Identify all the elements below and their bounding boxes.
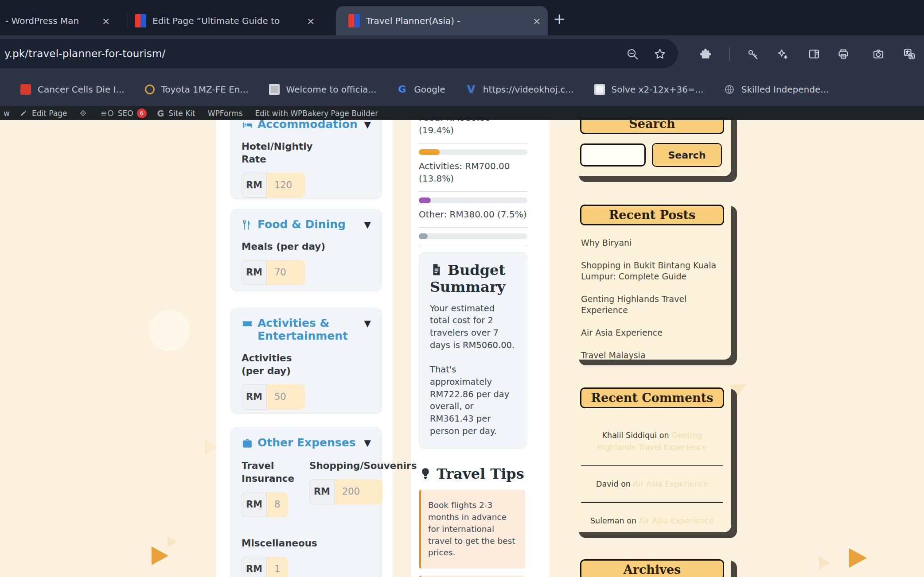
recent-posts-title: Recent Posts	[580, 205, 724, 225]
other-expenses-heading: Other Expenses ▼	[242, 437, 371, 449]
breakdown-label-activities: Activities: RM700.00 (13.8%)	[419, 160, 527, 185]
search-button[interactable]: Search	[652, 143, 722, 167]
meals-input[interactable]	[267, 260, 305, 285]
bookmarks-bar: Cancer Cells Die I... Toyota 1MZ-FE En..…	[0, 72, 924, 106]
hotel-rate-input-group: RM	[242, 173, 371, 198]
food-dining-heading: Food & Dining ▼	[242, 218, 371, 231]
accommodation-card: Accommodation ▼ Hotel/Nightly Rate RM	[230, 109, 382, 199]
globe-icon	[724, 84, 735, 95]
bookmark-item[interactable]: Skilled Independe...	[724, 84, 829, 95]
wpbakery-diamond-icon[interactable]	[78, 108, 88, 118]
print-icon[interactable]	[837, 47, 850, 61]
browser-toolbar: y.pk/travel-planner-for-tourism/	[0, 35, 924, 72]
chevron-down-icon[interactable]: ▼	[364, 317, 371, 329]
bookmark-item[interactable]: Cancer Cells Die I...	[20, 84, 125, 95]
bed-icon	[242, 119, 253, 131]
tab-edit-page[interactable]: Edit Page “Ultimate Guide to ×	[131, 6, 331, 35]
activities-input-group: RM	[242, 384, 371, 410]
close-icon[interactable]: ×	[307, 15, 315, 27]
pencil-icon	[19, 109, 28, 117]
bookmark-item[interactable]: Toyota 1MZ-FE En...	[145, 84, 249, 95]
hotel-rate-input[interactable]	[267, 173, 305, 198]
official-site-icon	[269, 84, 280, 95]
utensils-icon	[242, 219, 253, 231]
post-link[interactable]: Shopping in Bukit Bintang Kuala Lumpur: …	[580, 254, 724, 288]
divider	[419, 191, 527, 192]
search-input[interactable]	[580, 143, 646, 167]
seo-icon: ≡O	[100, 108, 114, 118]
divider	[419, 143, 527, 143]
address-bar[interactable]: y.pk/travel-planner-for-tourism/	[0, 39, 678, 68]
decor-circle	[149, 310, 190, 351]
activities-input[interactable]	[267, 384, 305, 410]
reading-list-icon[interactable]	[807, 47, 821, 61]
wpforms-item[interactable]: WPForms	[208, 109, 243, 118]
bookmark-item[interactable]: Solve x2-12x+36=...	[594, 84, 704, 95]
bookmark-item[interactable]: V https://videokhoj.c...	[466, 84, 574, 95]
comment-author: David	[596, 480, 619, 488]
section-title: Activities & Entertainment	[257, 317, 348, 343]
post-link[interactable]: Why Biryani	[580, 232, 724, 254]
comment-post-link[interactable]: Air Asia Experience	[633, 480, 708, 488]
bookmark-item[interactable]: G Google	[397, 84, 445, 95]
document-icon	[430, 263, 443, 276]
progress-fill	[419, 149, 440, 155]
bookmark-star-icon[interactable]	[653, 47, 667, 61]
edit-page-item[interactable]: Edit Page	[19, 109, 67, 118]
post-link[interactable]: Travel Malaysia	[580, 344, 724, 367]
extensions-icon[interactable]	[699, 47, 712, 61]
insurance-input[interactable]	[267, 492, 288, 517]
url-text: y.pk/travel-planner-for-tourism/	[4, 48, 166, 59]
divider	[419, 246, 527, 246]
tab-wordpress-admin[interactable]: - WordPress Man ×	[0, 6, 126, 35]
field-label: Hotel/Nightly Rate	[242, 140, 317, 166]
recent-posts-widget: Recent Posts Why Biryani Shopping in Buk…	[573, 200, 731, 360]
comment-post-link[interactable]: Air Asia Experience	[639, 516, 714, 525]
bookmark-item[interactable]: Welcome to officia...	[269, 84, 377, 95]
post-link[interactable]: Genting Highlands Travel Experience	[580, 288, 724, 321]
chevron-down-icon[interactable]: ▼	[364, 118, 371, 131]
tab-title: - WordPress Man	[5, 15, 94, 26]
currency-prefix: RM	[242, 173, 267, 198]
tab-title: Edit Page “Ultimate Guide to	[152, 15, 299, 26]
food-dining-card: Food & Dining ▼ Meals (per day) RM	[230, 209, 382, 291]
star-sparkle-icon[interactable]	[776, 47, 789, 61]
divider	[419, 227, 527, 228]
section-title: Other Expenses	[257, 437, 356, 449]
decor-triangle	[819, 556, 830, 569]
browser-chrome: - WordPress Man × Edit Page “Ultimate Gu…	[0, 0, 924, 120]
new-tab-button[interactable]: +	[553, 10, 566, 27]
wp-admin-bar: w Edit Page ≡O SEO 6 G Site Kit WPForms …	[0, 106, 924, 120]
translate-icon[interactable]	[903, 47, 916, 61]
post-link[interactable]: Air Asia Experience	[580, 321, 724, 344]
site-kit-item[interactable]: Site Kit	[168, 109, 195, 118]
misc-input[interactable]	[267, 557, 288, 577]
shopping-input-group: RM	[309, 479, 417, 504]
wpbakery-item[interactable]: Edit with WPBakery Page Builder	[255, 109, 378, 118]
seo-item[interactable]: SEO	[118, 109, 133, 118]
activities-card: Activities & Entertainment ▼ Activities …	[230, 308, 382, 414]
field-label: Shopping/Souvenirs	[309, 459, 417, 472]
ticket-icon	[242, 318, 253, 329]
tab-title: Travel Planner(Asia) -	[366, 15, 499, 26]
shopping-input[interactable]	[335, 479, 382, 504]
zoom-out-icon[interactable]	[626, 47, 639, 61]
summary-paragraph: Your estimated total cost for 2 traveler…	[430, 302, 516, 352]
close-icon[interactable]: ×	[533, 15, 541, 27]
camera-icon[interactable]	[872, 47, 885, 61]
decor-arrow	[849, 548, 867, 568]
seo-count-badge: 6	[137, 108, 147, 118]
tab-divider	[128, 12, 128, 27]
chevron-down-icon[interactable]: ▼	[364, 218, 371, 231]
progress-fill	[419, 197, 431, 203]
solve-math-icon	[594, 84, 605, 95]
chevron-down-icon[interactable]: ▼	[364, 437, 371, 449]
close-icon[interactable]: ×	[102, 15, 110, 27]
comment-author: Suleman	[590, 516, 624, 525]
misc-input-group: RM	[242, 557, 371, 577]
key-icon[interactable]	[746, 47, 760, 61]
meals-input-group: RM	[242, 260, 371, 285]
tab-travel-planner[interactable]: Travel Planner(Asia) - ×	[336, 6, 548, 35]
archives-title: Archives	[580, 559, 724, 577]
recent-comments-title: Recent Comments	[580, 387, 724, 408]
